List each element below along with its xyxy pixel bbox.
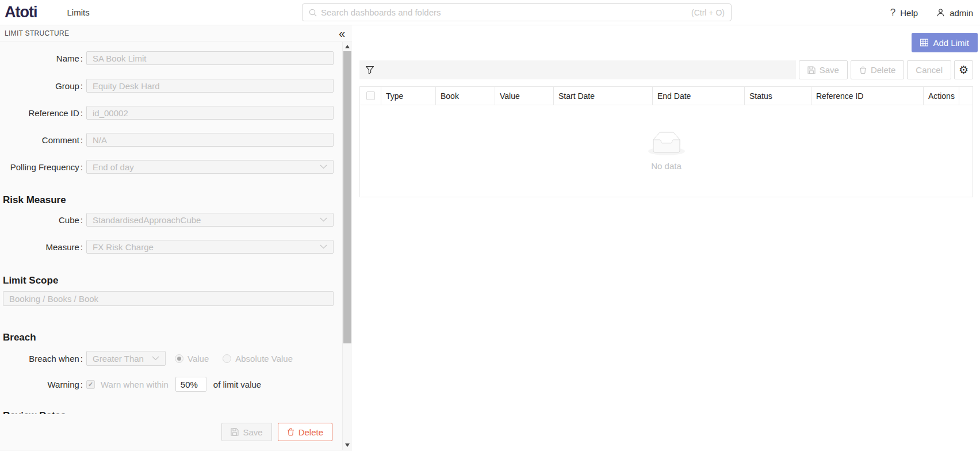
scroll-up-icon[interactable] bbox=[345, 45, 350, 48]
table-cancel-button[interactable]: Cancel bbox=[907, 60, 951, 79]
name-field[interactable]: SA Book Limit bbox=[86, 51, 334, 65]
radio-value-circle bbox=[175, 354, 183, 363]
column-header-actions: Actions bbox=[923, 87, 959, 105]
no-data-label: No data bbox=[651, 161, 682, 171]
form-row-comment: Comment N/A bbox=[0, 133, 334, 147]
form-row-breach-when: Breach when Greater Than Value Absolute … bbox=[0, 351, 334, 366]
app-window: Atoti Limits (Ctrl + O) ? Help admin bbox=[0, 0, 980, 459]
table-header-row: Type Book Value Start Date End Date Stat… bbox=[360, 87, 973, 105]
form-footer: Save Delete bbox=[0, 414, 342, 450]
breach-when-label: Breach when bbox=[0, 354, 86, 364]
cube-label: Cube bbox=[0, 215, 86, 225]
radio-value[interactable]: Value bbox=[175, 354, 209, 364]
polling-frequency-select[interactable]: End of day bbox=[86, 160, 334, 174]
column-header-status: Status bbox=[744, 87, 811, 105]
reference-id-field[interactable]: id_00002 bbox=[86, 106, 334, 120]
column-header-start-date: Start Date bbox=[553, 87, 652, 105]
form-row-measure: Measure FX Risk Charge bbox=[0, 240, 334, 254]
save-icon bbox=[231, 428, 239, 436]
help-button[interactable]: ? Help bbox=[890, 7, 918, 18]
limit-scope-field[interactable]: Booking / Books / Book bbox=[3, 291, 334, 306]
limits-main: Add Limit Save bbox=[359, 25, 978, 197]
trash-icon bbox=[859, 66, 867, 74]
form-save-button[interactable]: Save bbox=[221, 423, 271, 441]
select-all-cell bbox=[360, 87, 381, 105]
form-save-label: Save bbox=[243, 427, 262, 437]
review-dates-heading: Review Dates bbox=[0, 410, 334, 414]
comment-field[interactable]: N/A bbox=[86, 133, 334, 147]
chevron-down-icon bbox=[152, 356, 159, 361]
breach-when-select[interactable]: Greater Than bbox=[86, 351, 166, 366]
top-right-actions: ? Help admin bbox=[890, 0, 973, 25]
table-save-label: Save bbox=[820, 65, 839, 75]
chevron-down-icon bbox=[320, 165, 327, 169]
column-header-book: Book bbox=[435, 87, 495, 105]
collapse-panel-icon[interactable]: « bbox=[339, 28, 345, 39]
polling-frequency-value: End of day bbox=[93, 162, 134, 172]
table-settings-button[interactable]: ⚙ bbox=[954, 60, 973, 79]
radio-absolute-circle bbox=[223, 354, 231, 363]
table-grid-icon bbox=[920, 39, 928, 47]
help-icon: ? bbox=[890, 7, 895, 18]
clipped-section: Review Dates bbox=[0, 410, 334, 414]
form-delete-label: Delete bbox=[298, 427, 323, 437]
limit-scope-heading: Limit Scope bbox=[0, 275, 334, 286]
reference-id-label: Reference ID bbox=[0, 108, 86, 118]
column-header-type: Type bbox=[381, 87, 435, 105]
panel-header: LIMIT STRUCTURE « bbox=[0, 25, 352, 41]
table-save-button[interactable]: Save bbox=[799, 60, 848, 79]
global-search[interactable]: (Ctrl + O) bbox=[302, 3, 732, 21]
user-menu[interactable]: admin bbox=[936, 8, 973, 18]
search-icon bbox=[309, 9, 317, 17]
warning-text: Warn when within bbox=[101, 380, 169, 389]
form-row-limit-scope: Booking / Books / Book bbox=[0, 291, 334, 306]
sidebar-scrollbar[interactable] bbox=[342, 42, 352, 450]
column-header-end-date: End Date bbox=[652, 87, 744, 105]
chevron-down-icon bbox=[320, 217, 327, 222]
add-limit-row: Add Limit bbox=[359, 25, 978, 52]
search-shortcut-hint: (Ctrl + O) bbox=[691, 8, 725, 17]
table-delete-label: Delete bbox=[871, 65, 895, 75]
atoti-logo: Atoti bbox=[5, 3, 37, 21]
limit-form: Name SA Book Limit Group Equity Desk Har… bbox=[0, 42, 342, 414]
radio-absolute-value[interactable]: Absolute Value bbox=[223, 354, 293, 364]
filter-icon[interactable] bbox=[366, 66, 374, 74]
add-limit-button[interactable]: Add Limit bbox=[912, 33, 978, 52]
form-row-polling-frequency: Polling Frequency End of day bbox=[0, 160, 334, 174]
warning-label: Warning bbox=[0, 380, 86, 389]
warning-checkbox[interactable]: ✓ bbox=[86, 380, 95, 389]
help-label: Help bbox=[900, 8, 918, 18]
select-all-checkbox[interactable] bbox=[366, 91, 375, 100]
search-input[interactable] bbox=[321, 7, 687, 17]
measure-label: Measure bbox=[0, 242, 86, 252]
table-delete-button[interactable]: Delete bbox=[851, 60, 904, 79]
username-label: admin bbox=[950, 8, 973, 18]
panel-title: LIMIT STRUCTURE bbox=[5, 29, 69, 37]
breach-heading: Breach bbox=[0, 332, 334, 343]
form-row-group: Group Equity Desk Hard bbox=[0, 79, 334, 93]
measure-select[interactable]: FX Risk Charge bbox=[86, 240, 334, 254]
measure-value: FX Risk Charge bbox=[93, 242, 154, 252]
column-header-value: Value bbox=[495, 87, 553, 105]
form-row-cube: Cube StandardisedApproachCube bbox=[0, 213, 334, 227]
risk-measure-heading: Risk Measure bbox=[0, 194, 334, 206]
form-row-reference-id: Reference ID id_00002 bbox=[0, 106, 334, 120]
cube-select[interactable]: StandardisedApproachCube bbox=[86, 213, 334, 227]
filter-bar bbox=[359, 60, 796, 79]
scrollbar-thumb[interactable] bbox=[343, 51, 351, 343]
warning-threshold-input[interactable]: 50% bbox=[175, 377, 206, 392]
breach-when-value: Greater Than bbox=[93, 354, 144, 364]
group-field[interactable]: Equity Desk Hard bbox=[86, 79, 334, 93]
scroll-down-icon[interactable] bbox=[345, 443, 350, 447]
form-delete-button[interactable]: Delete bbox=[278, 423, 332, 441]
limit-structure-panel: LIMIT STRUCTURE « Name SA Book Limit Gro… bbox=[0, 25, 352, 450]
radio-value-label: Value bbox=[187, 354, 209, 364]
polling-frequency-label: Polling Frequency bbox=[0, 162, 86, 172]
form-row-warning: Warning ✓ Warn when within 50% of limit … bbox=[0, 377, 334, 392]
comment-label: Comment bbox=[0, 135, 86, 145]
table-empty-state: No data bbox=[360, 105, 973, 197]
empty-inbox-icon bbox=[648, 132, 685, 155]
name-label: Name bbox=[0, 53, 86, 63]
table-cancel-label: Cancel bbox=[916, 65, 943, 75]
trash-icon bbox=[287, 428, 294, 436]
